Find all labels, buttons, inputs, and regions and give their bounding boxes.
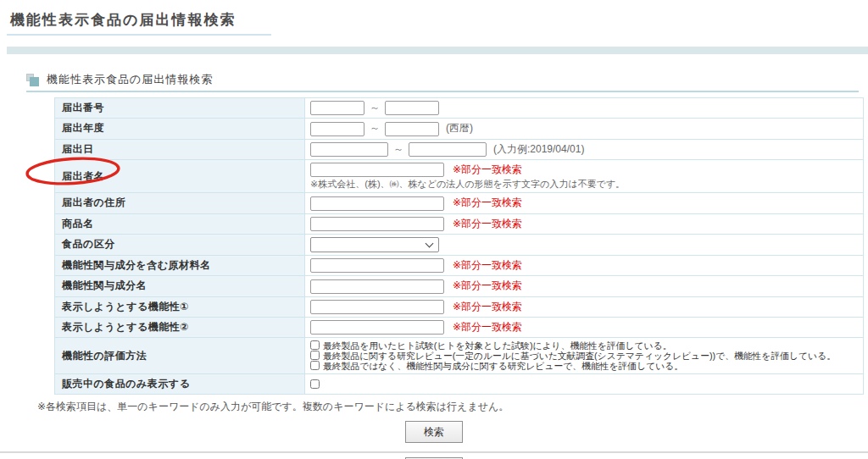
form-row-claimed-function-2: 表示しようとする機能性②※部分一致検索 xyxy=(55,317,864,337)
notification-year-suffix-label: (西暦) xyxy=(446,122,473,134)
evaluation-method-option-2: 最終製品に関する研究レビュー(一定のルールに基づいた文献調査(システマティックレ… xyxy=(310,351,858,361)
food-category-select-wrap xyxy=(310,237,439,252)
evaluation-method-option-1-checkbox[interactable] xyxy=(310,340,320,350)
row-value-claimed-function-1: ※部分一致検索 xyxy=(305,296,864,317)
row-label-notifier-name: 届出者名 xyxy=(55,159,305,192)
section-title: 機能性表示食品の届出情報検索 xyxy=(47,72,213,87)
row-value-raw-material-name: ※部分一致検索 xyxy=(305,255,864,275)
row-value-food-category xyxy=(305,234,864,255)
row-label-on-sale-only: 販売中の食品のみ表示する xyxy=(55,374,305,395)
functional-ingredient-name-input[interactable] xyxy=(310,279,444,294)
partial-match-label: ※部分一致検索 xyxy=(453,163,522,175)
claimed-function-2-input[interactable] xyxy=(310,320,444,335)
form-footnote: ※各検索項目は、単一のキーワードのみ入力が可能です。複数のキーワードによる検索は… xyxy=(37,400,868,414)
row-label-evaluation-method: 機能性の評価方法 xyxy=(55,338,305,374)
notification-number-to-input[interactable] xyxy=(385,101,439,115)
partial-match-label: ※部分一致検索 xyxy=(453,301,522,312)
evaluation-method-option-2-checkbox[interactable] xyxy=(310,351,320,360)
row-label-notifier-address: 届出者の住所 xyxy=(55,193,305,213)
notification-date-suffix-label: (入力例:2019/04/01) xyxy=(493,143,584,155)
notifier-address-input[interactable] xyxy=(310,196,444,211)
row-value-functional-ingredient-name: ※部分一致検索 xyxy=(305,276,864,296)
partial-match-label: ※部分一致検索 xyxy=(453,259,522,271)
form-row-product-name: 商品名※部分一致検索 xyxy=(55,213,864,234)
form-row-claimed-function-1: 表示しようとする機能性①※部分一致検索 xyxy=(55,296,864,317)
row-label-notification-year: 届出年度 xyxy=(55,119,305,139)
search-button[interactable]: 検索 xyxy=(405,421,463,443)
top-divider-bar xyxy=(7,47,868,54)
notification-year-to-input[interactable] xyxy=(385,122,439,136)
evaluation-method-option-1: 最終製品を用いたヒト試験(ヒトを対象とした試験)により、機能性を評価している。 xyxy=(310,340,858,351)
evaluation-method-option-3-label: 最終製品ではなく、機能性関与成分に関する研究レビューで、機能性を評価している。 xyxy=(323,361,683,371)
partial-match-label: ※部分一致検索 xyxy=(453,321,522,333)
form-row-food-category: 食品の区分 xyxy=(55,234,864,255)
form-row-on-sale-only: 販売中の食品のみ表示する xyxy=(55,374,864,395)
form-row-evaluation-method: 機能性の評価方法最終製品を用いたヒト試験(ヒトを対象とした試験)により、機能性を… xyxy=(55,338,864,374)
row-value-on-sale-only xyxy=(305,374,864,395)
evaluation-method-option-1-label: 最終製品を用いたヒト試験(ヒトを対象とした試験)により、機能性を評価している。 xyxy=(323,340,671,351)
row-value-notification-number: ～ xyxy=(305,98,864,119)
form-row-notification-number: 届出番号～ xyxy=(55,98,864,119)
evaluation-method-option-2-label: 最終製品に関する研究レビュー(一定のルールに基づいた文献調査(システマティックレ… xyxy=(323,351,836,361)
bottom-divider xyxy=(0,451,868,453)
evaluation-method-option-3-checkbox[interactable] xyxy=(310,361,320,370)
row-label-claimed-function-2: 表示しようとする機能性② xyxy=(55,317,305,337)
notifier-name-input[interactable] xyxy=(310,163,444,177)
row-value-claimed-function-2: ※部分一致検索 xyxy=(305,317,864,337)
notification-date-from-input[interactable] xyxy=(310,142,388,157)
partial-match-label: ※部分一致検索 xyxy=(453,279,522,291)
form-row-notifier-name: 届出者名※部分一致検索※株式会社、(株)、㈱、株などの法人の形態を示す文字の入力… xyxy=(55,159,864,192)
layered-squares-icon xyxy=(26,74,39,86)
row-label-functional-ingredient-name: 機能性関与成分名 xyxy=(55,276,305,296)
row-value-notifier-name: ※部分一致検索※株式会社、(株)、㈱、株などの法人の形態を示す文字の入力は不要で… xyxy=(305,159,864,192)
notification-year-from-input[interactable] xyxy=(310,122,364,136)
form-row-notification-date: 届出日～(入力例:2019/04/01) xyxy=(55,139,864,159)
row-label-claimed-function-1: 表示しようとする機能性① xyxy=(55,296,305,317)
row-label-raw-material-name: 機能性関与成分を含む原材料名 xyxy=(55,255,305,275)
row-value-evaluation-method: 最終製品を用いたヒト試験(ヒトを対象とした試験)により、機能性を評価している。最… xyxy=(305,338,864,374)
search-form-table: 届出番号～届出年度～(西暦)届出日～(入力例:2019/04/01)届出者名※部… xyxy=(54,97,864,395)
raw-material-name-input[interactable] xyxy=(310,258,444,273)
notifier-name-note: ※株式会社、(株)、㈱、株などの法人の形態を示す文字の入力は不要です。 xyxy=(310,179,858,190)
row-value-product-name: ※部分一致検索 xyxy=(305,213,864,234)
form-row-functional-ingredient-name: 機能性関与成分名※部分一致検索 xyxy=(55,276,864,296)
section-header: 機能性表示食品の届出情報検索 xyxy=(26,73,868,86)
form-row-notifier-address: 届出者の住所※部分一致検索 xyxy=(55,193,864,213)
food-category-select[interactable] xyxy=(310,237,439,252)
on-sale-only-checkbox[interactable] xyxy=(310,379,320,389)
partial-match-label: ※部分一致検索 xyxy=(453,196,522,208)
row-label-food-category: 食品の区分 xyxy=(55,234,305,255)
tilde-separator: ～ xyxy=(370,122,380,134)
tilde-separator: ～ xyxy=(393,143,403,155)
notification-number-from-input[interactable] xyxy=(310,101,364,115)
page: 機能性表示食品の届出情報検索 機能性表示食品の届出情報検索 届出番号～届出年度～… xyxy=(0,0,868,459)
product-name-input[interactable] xyxy=(310,217,444,231)
row-label-notification-number: 届出番号 xyxy=(55,98,305,119)
section-underline xyxy=(26,91,859,92)
row-label-notification-date: 届出日 xyxy=(55,139,305,159)
form-row-raw-material-name: 機能性関与成分を含む原材料名※部分一致検索 xyxy=(55,255,864,275)
tilde-separator: ～ xyxy=(370,102,380,113)
row-value-notifier-address: ※部分一致検索 xyxy=(305,193,864,213)
notification-date-to-input[interactable] xyxy=(409,142,487,157)
form-row-notification-year: 届出年度～(西暦) xyxy=(55,119,864,139)
claimed-function-1-input[interactable] xyxy=(310,300,444,314)
row-value-notification-date: ～(入力例:2019/04/01) xyxy=(305,139,864,159)
page-title: 機能性表示食品の届出情報検索 xyxy=(7,8,271,36)
row-value-notification-year: ～(西暦) xyxy=(305,119,864,139)
row-label-product-name: 商品名 xyxy=(55,213,305,234)
evaluation-method-option-3: 最終製品ではなく、機能性関与成分に関する研究レビューで、機能性を評価している。 xyxy=(310,361,858,371)
partial-match-label: ※部分一致検索 xyxy=(453,218,522,230)
